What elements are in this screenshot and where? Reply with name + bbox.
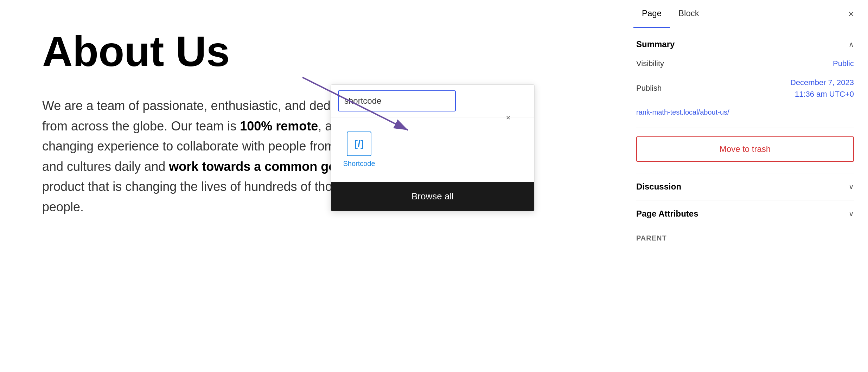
close-icon: × bbox=[848, 8, 854, 19]
browse-all-button[interactable]: Browse all bbox=[331, 182, 534, 211]
inserter-results: [/] Shortcode bbox=[331, 117, 534, 182]
publish-row: Publish December 7, 2023 11:36 am UTC+0 bbox=[636, 77, 854, 100]
discussion-title: Discussion bbox=[636, 182, 681, 192]
summary-toggle[interactable]: ∧ bbox=[849, 40, 854, 49]
page-url[interactable]: rank-math-test.local/about-us/ bbox=[636, 108, 854, 116]
sidebar-tab-group: Page Block bbox=[633, 0, 708, 28]
chevron-up-icon: ∧ bbox=[849, 40, 854, 48]
publish-value[interactable]: December 7, 2023 11:36 am UTC+0 bbox=[790, 77, 854, 100]
clear-icon: × bbox=[506, 113, 511, 122]
discussion-chevron-icon: ∨ bbox=[849, 182, 854, 191]
clear-search-button[interactable]: × bbox=[502, 111, 515, 124]
visibility-value[interactable]: Public bbox=[833, 59, 854, 68]
shortcode-block-icon: [/] bbox=[347, 132, 371, 156]
shortcode-block-label: Shortcode bbox=[343, 160, 375, 168]
summary-section: Summary ∧ Visibility Public Publish Dece… bbox=[636, 39, 854, 116]
sidebar-close-button[interactable]: × bbox=[845, 6, 857, 23]
summary-section-header: Summary ∧ bbox=[636, 39, 854, 49]
block-search-input[interactable] bbox=[338, 90, 456, 111]
page-attributes-section: Page Attributes ∨ bbox=[636, 200, 854, 227]
summary-title: Summary bbox=[636, 39, 675, 49]
page-attributes-header[interactable]: Page Attributes ∨ bbox=[636, 209, 854, 219]
main-content: About Us We are a team of passionate, en… bbox=[0, 0, 622, 372]
sidebar-content: Summary ∧ Visibility Public Publish Dece… bbox=[622, 28, 868, 372]
publish-label: Publish bbox=[636, 84, 662, 93]
page-attributes-title: Page Attributes bbox=[636, 209, 698, 219]
block-inserter-popup: × [/] Shortcode Browse all bbox=[331, 84, 535, 211]
tab-page[interactable]: Page bbox=[633, 0, 670, 28]
inserter-search-wrapper: × bbox=[331, 85, 534, 117]
shortcode-block-item[interactable]: [/] Shortcode bbox=[338, 126, 380, 173]
tab-block[interactable]: Block bbox=[670, 0, 708, 28]
parent-label: PARENT bbox=[636, 234, 667, 242]
page-title: About Us bbox=[42, 28, 580, 75]
page-attributes-chevron-icon: ∨ bbox=[849, 210, 854, 218]
parent-section: PARENT bbox=[636, 234, 854, 242]
discussion-header[interactable]: Discussion ∨ bbox=[636, 182, 854, 192]
divider-1 bbox=[636, 128, 854, 128]
sidebar-tabs: Page Block × bbox=[622, 0, 868, 28]
search-field-wrapper: × bbox=[338, 90, 527, 111]
move-to-trash-button[interactable]: Move to trash bbox=[636, 136, 854, 162]
discussion-section: Discussion ∨ bbox=[636, 173, 854, 200]
visibility-row: Visibility Public bbox=[636, 59, 854, 68]
sidebar: Page Block × Summary ∧ Visibility Public… bbox=[622, 0, 868, 372]
visibility-label: Visibility bbox=[636, 59, 664, 68]
